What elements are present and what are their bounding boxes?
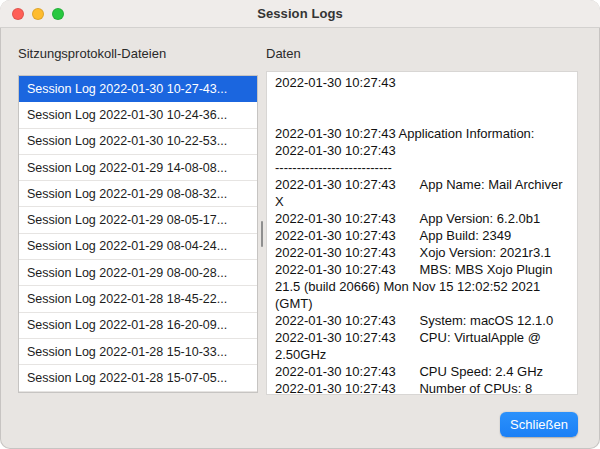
- splitter-handle[interactable]: [261, 221, 263, 247]
- zoom-window-button[interactable]: [52, 8, 64, 20]
- list-item[interactable]: Session Log 2022-01-28 15-07-05...: [19, 365, 257, 391]
- data-label: Daten: [266, 46, 301, 61]
- log-textarea[interactable]: 2022-01-30 10:27:43 2022-01-30 10:27:43 …: [266, 71, 578, 395]
- list-item[interactable]: Session Log 2022-01-29 08-05-17...: [19, 207, 257, 233]
- close-button[interactable]: Schließen: [500, 412, 578, 437]
- session-logs-window: Session Logs Sitzungsprotokoll-Dateien D…: [0, 0, 600, 449]
- list-item[interactable]: Session Log 2022-01-29 08-08-32...: [19, 181, 257, 207]
- titlebar[interactable]: Session Logs: [0, 0, 600, 28]
- list-item[interactable]: Session Log 2022-01-30 10-24-36...: [19, 102, 257, 128]
- session-log-files-label: Sitzungsprotokoll-Dateien: [18, 46, 166, 61]
- window-title: Session Logs: [257, 6, 343, 21]
- session-log-list[interactable]: Session Log 2022-01-30 10-27-43...Sessio…: [18, 75, 258, 393]
- list-item[interactable]: Session Log 2022-01-28 16-20-09...: [19, 313, 257, 339]
- list-item[interactable]: Session Log 2022-01-30 10-27-43...: [19, 76, 257, 102]
- list-item[interactable]: Session Log 2022-01-28 18-45-22...: [19, 286, 257, 312]
- list-item[interactable]: Session Log 2022-01-29 14-08-08...: [19, 155, 257, 181]
- list-item[interactable]: Session Log 2022-01-28 15-10-33...: [19, 339, 257, 365]
- list-item[interactable]: Session Log 2022-01-29 08-04-24...: [19, 234, 257, 260]
- minimize-window-button[interactable]: [32, 8, 44, 20]
- traffic-lights: [12, 8, 64, 20]
- close-window-button[interactable]: [12, 8, 24, 20]
- list-item[interactable]: Session Log 2022-01-30 10-22-53...: [19, 129, 257, 155]
- list-item[interactable]: Session Log 2022-01-29 08-00-28...: [19, 260, 257, 286]
